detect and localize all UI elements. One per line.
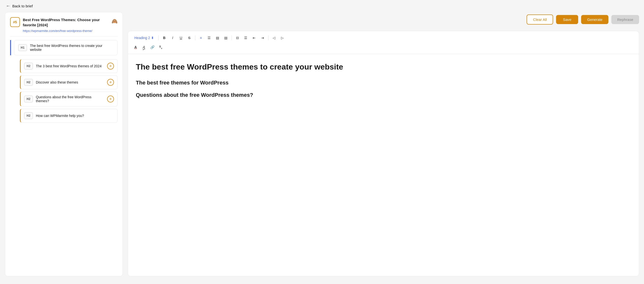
underline-button[interactable]: U [177,34,185,42]
indent-icon: ⇥ [261,36,264,40]
h1-badge: H1 [18,44,27,51]
h1-item: H1 The best free WordPress themes to cre… [14,40,118,55]
align-right-button[interactable]: ▤ [214,34,221,42]
list-item: H2 How can WPMarmite help you? [20,109,118,122]
clear-format-icon: Tx [159,45,162,50]
increase-indent-icon: ▷ [281,36,284,40]
bold-button[interactable]: B [161,34,168,42]
align-justify-button[interactable]: ▤ [222,34,230,42]
ordered-list-icon: ⊟ [236,36,239,40]
heading-selector-arrow-icon: ⬍ [151,36,154,40]
format-divider-1 [158,36,159,40]
editor-content[interactable]: The best free WordPress themes to create… [128,54,639,276]
h1-section: H1 The best free WordPress themes to cre… [10,40,118,55]
align-left-icon: ≡ [200,36,202,40]
link-icon: 🔗 [150,45,154,49]
save-button[interactable]: Save [556,15,578,24]
h2-text: The 3 best free WordPress themes of 2024 [36,64,104,68]
increase-indent-button[interactable]: ▷ [279,34,286,42]
add-h2-button-1[interactable]: + [107,79,114,86]
article-info: Best Free WordPress Themes: Choose your … [23,17,108,33]
unordered-list-button[interactable]: ☰ [242,34,250,42]
back-arrow-icon: ← [6,4,10,8]
right-panel: Clear All Save Generate Rephrase Heading… [128,12,639,276]
clear-all-button[interactable]: Clear All [526,14,553,24]
h2-badge: H2 [24,63,33,70]
list-item: H2 Questions about the free WordPress th… [20,92,118,106]
add-h2-button-2[interactable]: + [107,96,114,102]
add-h2-button-0[interactable]: + [107,63,114,70]
hide-article-icon[interactable]: 🙈 [112,18,118,24]
article-title: Best Free WordPress Themes: Choose your … [23,17,108,28]
h2-badge: H2 [24,79,33,86]
editor-h2-text-1[interactable]: The best free themes for WordPress [136,79,631,87]
align-right-icon: ▤ [216,36,219,40]
h2-text: Questions about the free WordPress theme… [36,95,104,103]
toolbar-row: Clear All Save Generate Rephrase [128,12,639,27]
left-panel: #5 Best Free WordPress Themes: Choose yo… [5,12,123,276]
italic-button[interactable]: I [169,34,176,42]
highlight-icon: A [143,45,145,49]
article-number-badge: #5 [10,17,20,27]
list-item: H2 Discover also these themes + [20,76,118,89]
format-divider-2 [195,36,195,40]
h2-text: Discover also these themes [36,80,104,84]
font-color-button[interactable]: A [132,44,139,51]
ordered-list-button[interactable]: ⊟ [234,34,241,42]
outdent-icon: ⇤ [253,36,256,40]
format-divider-3 [232,36,232,40]
h2-text: How can WPMarmite help you? [36,114,114,118]
h2-badge: H2 [24,96,33,102]
h1-text: The best free WordPress themes to create… [30,44,114,52]
align-center-button[interactable]: ☰ [206,34,213,42]
format-divider-4 [268,36,268,40]
article-url[interactable]: https://wpmarmite.com/en/free-wordpress-… [23,29,92,33]
strikethrough-button[interactable]: S [186,34,193,42]
decrease-indent-icon: ◁ [273,36,275,40]
font-color-icon: A [134,45,137,49]
h2-list: H2 The 3 best free WordPress themes of 2… [10,59,118,122]
top-nav: ← Back to brief [0,0,644,12]
rephrase-button[interactable]: Rephrase [611,15,639,24]
article-header: #5 Best Free WordPress Themes: Choose yo… [10,17,118,36]
back-to-brief-link[interactable]: ← Back to brief [6,4,33,8]
outdent-button[interactable]: ⇤ [250,34,258,42]
back-to-brief-label: Back to brief [12,4,33,8]
indent-button[interactable]: ⇥ [259,34,266,42]
highlight-button[interactable]: A [140,44,148,51]
editor-panel: Heading 2 ⬍ B I U S ≡ ☰ ▤ [128,31,639,276]
align-left-button[interactable]: ≡ [197,34,204,42]
link-button[interactable]: 🔗 [148,44,156,51]
heading-selector-label: Heading 2 [134,36,150,40]
main-layout: #5 Best Free WordPress Themes: Choose yo… [0,12,644,281]
clear-format-button[interactable]: Tx [157,44,164,51]
editor-h2-text-2[interactable]: Questions about the free WordPress theme… [136,92,631,99]
decrease-indent-button[interactable]: ◁ [270,34,278,42]
generate-button[interactable]: Generate [581,15,608,24]
format-toolbar-row2: A A 🔗 Tx [132,44,635,51]
list-item: H2 The 3 best free WordPress themes of 2… [20,59,118,73]
align-justify-icon: ▤ [224,36,228,40]
unordered-list-icon: ☰ [244,36,247,40]
h2-badge: H2 [24,112,33,119]
editor-h1-text[interactable]: The best free WordPress themes to create… [136,62,631,72]
heading-selector[interactable]: Heading 2 ⬍ [132,35,156,41]
format-toolbar: Heading 2 ⬍ B I U S ≡ ☰ ▤ [128,31,639,54]
align-center-icon: ☰ [208,36,211,40]
